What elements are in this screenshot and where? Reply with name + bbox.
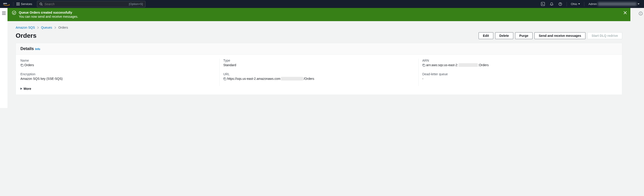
url-value: https://sqs.us-east-2.amazonaws.comxxxxx… (223, 77, 415, 80)
caret-right-icon (20, 87, 22, 90)
svg-point-17 (640, 13, 641, 13)
details-panel: Details Info Name Orders (16, 43, 622, 95)
action-buttons: Edit Delete Purge Send and receive messa… (478, 32, 622, 39)
search-input[interactable] (44, 2, 127, 6)
panel-header: Details Info (16, 43, 622, 55)
name-value: Orders (20, 63, 216, 67)
success-flash: Queue Orders created successfully You ca… (8, 8, 630, 21)
top-nav: aws Services [Option+S] Ohio Admin redac… (0, 0, 644, 8)
page-header: Orders Edit Delete Purge Send and receiv… (8, 31, 630, 43)
details-col-2: Type Standard URL https://sqs.us-east-2.… (220, 59, 418, 86)
flash-message: You can now send and receive messages. (19, 15, 78, 18)
url-label: URL (223, 72, 415, 76)
account-selector[interactable]: Admin redacted-account (587, 2, 641, 6)
side-nav-toggle[interactable] (0, 8, 8, 108)
breadcrumb-current: Orders (58, 26, 68, 29)
svg-rect-15 (423, 64, 425, 66)
dlq-value: - (422, 77, 614, 80)
chevron-right-icon (37, 26, 39, 29)
flash-title: Queue Orders created successfully (19, 11, 78, 14)
close-icon (624, 11, 627, 14)
breadcrumb: Amazon SQS Queues Orders (8, 21, 630, 31)
name-label: Name (20, 59, 216, 62)
success-check-icon (12, 11, 16, 15)
search-icon (40, 3, 43, 6)
services-label: Services (21, 2, 32, 6)
svg-point-10 (12, 11, 16, 15)
copy-icon[interactable] (20, 64, 23, 67)
account-prefix: Admin (588, 2, 597, 6)
more-label: More (24, 87, 31, 90)
type-label: Type (223, 59, 415, 62)
grid-icon (16, 3, 20, 6)
breadcrumb-queues[interactable]: Queues (41, 26, 52, 29)
panel-title: Details (20, 46, 34, 51)
send-receive-button[interactable]: Send and receive messages (534, 32, 586, 39)
caret-down-icon (638, 4, 640, 5)
start-dlq-redrive-button: Start DLQ redrive (587, 32, 622, 39)
details-col-3: ARN arn:aws:sqs:us-east-2:xxxxxxxxxxxx:O… (418, 59, 618, 86)
svg-point-6 (560, 5, 560, 5)
notifications-icon[interactable] (548, 1, 555, 7)
url-redacted: xxxxxxxxxxxxxx (281, 77, 303, 80)
chevron-right-icon (54, 26, 56, 29)
arn-label: ARN (422, 59, 614, 62)
main-content: Queue Orders created successfully You ca… (8, 8, 637, 99)
info-link[interactable]: Info (35, 48, 40, 51)
info-circle-icon (639, 12, 643, 16)
details-col-1: Name Orders Encryption Amazon SQS key (S… (20, 59, 220, 86)
aws-logo[interactable]: aws (3, 2, 14, 6)
info-panel-toggle[interactable] (637, 8, 644, 16)
flash-close-button[interactable] (624, 11, 627, 15)
search-hint: [Option+S] (129, 2, 143, 6)
help-icon[interactable] (557, 1, 564, 7)
dlq-label: Dead-letter queue (422, 72, 614, 76)
copy-icon[interactable] (422, 64, 425, 67)
copy-icon[interactable] (223, 77, 226, 80)
region-label: Ohio (571, 2, 577, 6)
arn-value: arn:aws:sqs:us-east-2:xxxxxxxxxxxx:Order… (422, 63, 614, 67)
breadcrumb-root[interactable]: Amazon SQS (16, 26, 35, 29)
account-blurred: redacted-account (598, 2, 636, 6)
type-value: Standard (223, 63, 415, 67)
arn-redacted: xxxxxxxxxxxx (458, 63, 478, 67)
services-menu[interactable]: Services (14, 2, 36, 6)
cloudshell-icon[interactable] (540, 1, 547, 7)
svg-point-1 (40, 3, 42, 5)
delete-button[interactable]: Delete (495, 32, 513, 39)
edit-button[interactable]: Edit (478, 32, 493, 39)
svg-rect-14 (224, 78, 226, 80)
encryption-value: Amazon SQS key (SSE-SQS) (20, 77, 216, 80)
svg-line-2 (42, 5, 42, 6)
hamburger-icon (2, 12, 6, 15)
svg-text:aws: aws (3, 2, 7, 5)
caret-down-icon (578, 4, 580, 5)
encryption-label: Encryption (20, 72, 216, 76)
search-box[interactable]: [Option+S] (37, 1, 146, 7)
purge-button[interactable]: Purge (515, 32, 533, 39)
svg-rect-13 (21, 64, 23, 66)
region-selector[interactable]: Ohio (570, 2, 581, 6)
svg-rect-3 (541, 2, 544, 6)
page-title: Orders (16, 32, 36, 39)
nav-icons: Ohio Admin redacted-account (540, 1, 641, 7)
more-expander[interactable]: More (20, 86, 618, 92)
